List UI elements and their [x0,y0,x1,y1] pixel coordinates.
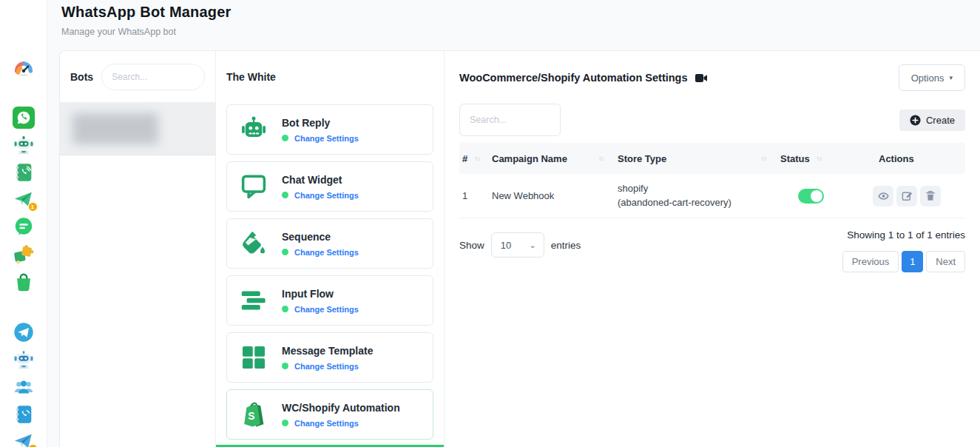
page-1-button[interactable]: 1 [902,251,923,272]
campaign-search-input[interactable] [459,104,561,136]
footer-right: Showing 1 to 1 of 1 entries Previous 1 N… [842,228,965,272]
chat-bubble-green-glyph [13,216,35,238]
create-button[interactable]: Create [899,110,965,131]
page-size-control: Show 10 ⌄ entries [459,232,581,258]
whatsapp-contacts-icon[interactable] [13,161,35,184]
plus-circle-icon [910,115,921,126]
robot-green-glyph [13,134,35,156]
bars-icon [238,285,269,316]
trash-icon [925,190,936,201]
telegram-icon[interactable] [13,321,35,343]
status-dot [282,306,288,312]
status-toggle[interactable] [798,189,824,204]
pagination: Previous 1 Next [842,251,965,272]
telegram-bot-icon[interactable] [13,349,35,371]
menu-item-wc-shopify-automation[interactable]: S WC/Shopify Automation Change Settings [226,389,433,440]
bot-menu-panel: The White Bot Reply Change Se [215,51,445,447]
previous-page-button[interactable]: Previous [842,251,899,272]
bot-list-item-selected[interactable] [60,103,215,155]
delete-button[interactable] [920,186,941,206]
entries-summary: Showing 1 to 1 of 1 entries [847,229,965,241]
menu-item-label: Message Template [282,345,373,357]
telegram-groups-icon[interactable] [13,376,35,398]
change-settings-link[interactable]: Change Settings [282,191,359,200]
whatsapp-icon[interactable] [13,107,35,129]
contacts-blue-glyph [13,403,35,426]
speedometer-glyph [13,56,35,78]
automation-panel: WooCommerce/Shopify Automation Settings … [445,51,980,447]
menu-item-chat-widget[interactable]: Chat Widget Change Settings [226,161,433,212]
cell-index: 1 [459,190,489,201]
change-settings-link[interactable]: Change Settings [282,134,359,143]
menu-item-input-flow[interactable]: Input Flow Change Settings [226,275,433,326]
robot-icon [238,114,269,145]
automation-header: WooCommerce/Shopify Automation Settings … [459,64,965,92]
robot-blue-glyph [13,349,35,371]
edit-button[interactable] [896,186,917,206]
table-footer: Show 10 ⌄ entries Showing 1 to 1 of 1 en… [459,228,965,272]
sort-icon[interactable]: ↑↓ [598,155,604,162]
status-dot [282,420,288,426]
toggle-knob [811,190,822,202]
status-dot [282,249,288,255]
app-sidebar: 1 [0,0,47,447]
bot-name-title: The White [226,51,433,104]
integrations-icon[interactable] [13,243,35,266]
chat-widget-icon [238,171,269,202]
column-header-index[interactable]: # ↑↓ [459,153,489,164]
contacts-green-glyph [13,161,35,184]
menu-item-label: WC/Shopify Automation [282,402,400,414]
automation-title: WooCommerce/Shopify Automation Settings [459,72,688,84]
menu-item-sequence[interactable]: Sequence Change Settings [226,218,433,269]
bots-panel-title: Bots [70,71,93,83]
table-header-row: # ↑↓ Campaign Name ↑↓ Store Type ↑↓ Stat… [459,143,965,174]
chevron-down-icon: ⌄ [530,241,536,250]
cell-status [777,189,870,204]
whatsapp-broadcast-icon[interactable]: 1 [13,189,35,211]
users-blue-glyph [13,376,35,398]
view-button[interactable] [873,186,893,206]
sort-icon[interactable]: ↑↓ [761,155,766,162]
telegram-glyph [13,321,35,343]
menu-item-message-template[interactable]: Message Template Change Settings [226,332,433,383]
bots-search-input[interactable] [101,64,205,90]
column-header-store-type[interactable]: Store Type ↑↓ [615,153,777,164]
page-size-select[interactable]: 10 ⌄ [491,232,544,258]
next-page-button[interactable]: Next [926,251,965,272]
status-dot [282,135,288,141]
menu-item-label: Sequence [282,231,359,243]
change-settings-link[interactable]: Change Settings [282,419,400,428]
video-tutorial-icon[interactable] [695,73,708,83]
eye-icon [878,191,889,201]
telegram-broadcast-icon[interactable]: 1 [13,431,35,447]
campaign-table: # ↑↓ Campaign Name ↑↓ Store Type ↑↓ Stat… [459,143,965,218]
options-button[interactable]: Options ▾ [899,64,965,91]
whatsapp-bot-icon[interactable] [13,134,35,156]
fill-drip-icon [238,228,269,259]
puzzle-hands-glyph [13,243,35,266]
chevron-down-icon: ▾ [949,74,953,81]
change-settings-link[interactable]: Change Settings [282,305,359,314]
menu-item-label: Chat Widget [282,174,359,186]
whatsapp-shop-icon[interactable] [13,271,35,293]
sort-icon[interactable]: ↑↓ [817,155,822,162]
grid-icon [238,342,269,373]
menu-item-label: Input Flow [282,288,359,300]
whatsapp-chat-icon[interactable] [13,216,35,238]
dashboard-speedometer-icon[interactable] [13,56,35,78]
notification-badge: 1 [28,202,38,212]
column-header-campaign-name[interactable]: Campaign Name ↑↓ [489,153,615,164]
status-dot [282,192,288,198]
change-settings-link[interactable]: Change Settings [282,362,373,371]
column-header-status[interactable]: Status ↑↓ [777,153,870,164]
svg-text:S: S [248,411,254,422]
edit-icon [902,190,913,201]
sort-icon[interactable]: ↑↓ [474,155,479,162]
table-row: 1 New Webhook shopify (abandoned-cart-re… [459,174,965,218]
page-title: WhatsApp Bot Manager [61,4,232,21]
cell-campaign-name: New Webhook [489,190,615,201]
menu-item-bot-reply[interactable]: Bot Reply Change Settings [226,104,433,155]
bots-panel-header: Bots [60,51,215,103]
change-settings-link[interactable]: Change Settings [282,248,359,257]
telegram-contacts-icon[interactable] [13,403,35,426]
